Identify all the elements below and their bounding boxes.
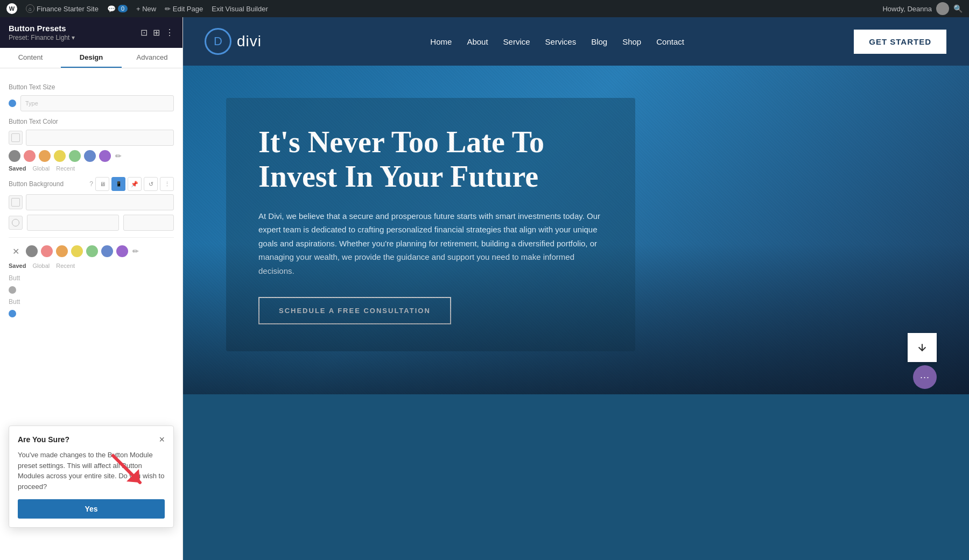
butt-label: Butt <box>9 274 174 282</box>
bottom-tab-saved[interactable]: Saved <box>9 263 26 269</box>
button-bg-preview-row <box>9 194 174 210</box>
swatch-orange[interactable] <box>39 150 51 162</box>
new-content-button[interactable]: + New <box>136 5 156 13</box>
bottom-dot-row-2 <box>9 310 174 317</box>
button-text-size-label: Button Text Size <box>9 83 174 91</box>
button-text-color-preview-row <box>9 130 174 146</box>
text-color-input[interactable] <box>26 130 174 146</box>
bg-more-icon[interactable]: ⋮ <box>160 177 174 191</box>
button-background-header: Button Background ? 🖥 📱 📌 ↺ ⋮ <box>9 177 174 191</box>
confirm-dialog-header: Are You Sure? × <box>18 435 165 444</box>
tab-content[interactable]: Content <box>0 48 61 68</box>
confirm-dialog-body: You've made changes to the Button Module… <box>18 450 165 492</box>
bottom-tab-global[interactable]: Global <box>32 263 50 269</box>
comments-link[interactable]: 💬 0 <box>107 5 128 13</box>
panel-subtitle[interactable]: Preset: Finance Light ▾ <box>9 34 75 41</box>
bottom-swatch-tabs: Saved Global Recent <box>9 263 174 269</box>
swatch-green[interactable] <box>69 150 81 162</box>
panel-header: Button Presets Preset: Finance Light ▾ ⊡… <box>0 17 182 48</box>
confirm-dialog: Are You Sure? × You've made changes to t… <box>9 426 174 528</box>
panel-tabs: Content Design Advanced <box>0 48 182 68</box>
hero-title: It's Never Too Late To Invest In Your Fu… <box>258 125 603 194</box>
bg-desktop-icon[interactable]: 🖥 <box>95 177 109 191</box>
butt-label-2: Butt <box>9 298 174 306</box>
panel-header-icons: ⊡ ⊞ ⋮ <box>141 27 174 38</box>
swatch-purple[interactable] <box>99 150 111 162</box>
bottom-swatch-yellow[interactable] <box>71 245 83 257</box>
site-name-link[interactable]: ⌂ Finance Starter Site <box>26 4 99 13</box>
tab-design[interactable]: Design <box>61 48 122 68</box>
dot-icon-1 <box>9 286 16 294</box>
site-cta-button[interactable]: GET STARTED <box>853 29 947 55</box>
bg-size-desktop[interactable] <box>123 215 174 231</box>
edit-page-button[interactable]: ✏ Edit Page <box>165 5 203 13</box>
nav-service[interactable]: Service <box>503 37 530 46</box>
bottom-swatch-gray[interactable] <box>26 245 38 257</box>
swatch-pink[interactable] <box>24 150 36 162</box>
bg-size-input[interactable] <box>27 215 119 231</box>
swatch-tab-saved[interactable]: Saved <box>9 165 26 172</box>
admin-bar: W ⌂ Finance Starter Site 💬 0 + New ✏ Edi… <box>0 0 969 17</box>
site-nav: Home About Service Services Blog Shop Co… <box>430 37 684 46</box>
exit-visual-builder-button[interactable]: Exit Visual Builder <box>212 5 268 13</box>
bottom-tab-recent[interactable]: Recent <box>56 263 75 269</box>
bg-color-input[interactable] <box>26 194 174 210</box>
text-color-picker-btn[interactable] <box>9 131 23 145</box>
confirm-yes-button[interactable]: Yes <box>18 499 165 519</box>
nav-about[interactable]: About <box>467 37 488 46</box>
bottom-swatch-blue-2[interactable] <box>101 245 113 257</box>
logo-text: divi <box>237 33 262 50</box>
hero-section: It's Never Too Late To Invest In Your Fu… <box>183 66 969 394</box>
bottom-swatch-orange[interactable] <box>56 245 68 257</box>
nav-contact[interactable]: Contact <box>656 37 684 46</box>
panel-title: Button Presets <box>9 24 75 33</box>
nav-shop[interactable]: Shop <box>622 37 641 46</box>
button-text-color-label: Button Text Color <box>9 118 174 125</box>
swatch-edit-icon[interactable]: ✏ <box>115 152 122 160</box>
nav-services[interactable]: Services <box>545 37 577 46</box>
dot-icon-2 <box>9 310 16 317</box>
bottom-swatch-green[interactable] <box>86 245 98 257</box>
purple-fab-button[interactable]: ··· <box>913 365 937 389</box>
panel-more-icon[interactable]: ⋮ <box>165 27 174 38</box>
swatch-tabs: Saved Global Recent <box>9 165 174 172</box>
help-icon[interactable]: ? <box>89 180 93 188</box>
hero-content-block: It's Never Too Late To Invest In Your Fu… <box>226 98 635 351</box>
text-color-swatches: ✏ <box>9 150 174 162</box>
wp-logo-icon[interactable]: W <box>6 3 17 14</box>
avatar <box>936 2 949 15</box>
sidebar-panel: Button Presets Preset: Finance Light ▾ ⊡… <box>0 17 183 560</box>
button-text-size-row: Type <box>9 95 174 111</box>
separator-line <box>9 237 174 238</box>
swatch-tab-recent[interactable]: Recent <box>56 165 75 172</box>
bg-color-picker-btn[interactable] <box>9 195 23 209</box>
user-info: Howdy, Deanna 🔍 <box>882 2 963 15</box>
cross-icon[interactable]: ✕ <box>9 244 23 258</box>
text-size-desktop-input[interactable]: Type <box>20 95 174 111</box>
range-dot-icon[interactable] <box>9 100 16 107</box>
nav-home[interactable]: Home <box>430 37 452 46</box>
scroll-down-button[interactable] <box>908 333 937 362</box>
swatch-tab-global[interactable]: Global <box>32 165 50 172</box>
nav-blog[interactable]: Blog <box>591 37 607 46</box>
swatch-yellow[interactable] <box>54 150 66 162</box>
bg-size-row <box>9 215 174 231</box>
bottom-swatch-pink[interactable] <box>41 245 53 257</box>
bottom-color-section: ✕ ✏ <box>9 244 174 258</box>
bg-reset-icon[interactable]: ↺ <box>144 177 158 191</box>
hero-cta-button[interactable]: SCHEDULE A FREE CONSULTATION <box>258 297 451 324</box>
tab-advanced[interactable]: Advanced <box>122 48 182 68</box>
search-icon[interactable]: 🔍 <box>953 4 963 13</box>
button-background-label: Button Background <box>9 180 64 188</box>
swatch-blue[interactable] <box>84 150 96 162</box>
bg-pin-icon[interactable]: 📌 <box>128 177 142 191</box>
bg-size-icon[interactable] <box>9 216 23 230</box>
panel-grid-icon[interactable]: ⊞ <box>153 27 160 38</box>
panel-expand-icon[interactable]: ⊡ <box>141 27 148 38</box>
confirm-dialog-close-button[interactable]: × <box>159 435 165 444</box>
bg-tablet-icon[interactable]: 📱 <box>111 177 125 191</box>
bottom-swatch-edit-icon[interactable]: ✏ <box>132 247 139 256</box>
fab-icon: ··· <box>920 372 930 383</box>
swatch-gray[interactable] <box>9 150 20 162</box>
bottom-swatch-purple[interactable] <box>116 245 128 257</box>
